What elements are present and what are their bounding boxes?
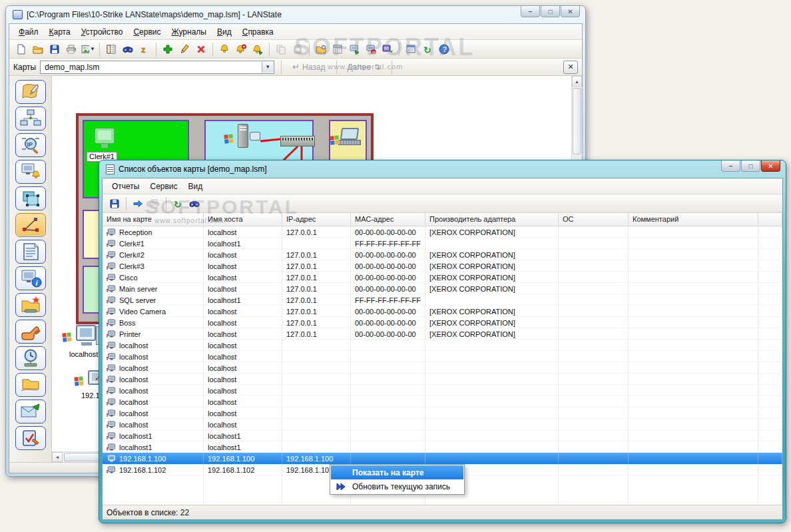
column-header-0[interactable]: Имя на карте: [103, 213, 204, 226]
reports-window-button[interactable]: [403, 41, 419, 57]
main-titlebar[interactable]: [C:\Program Files\10-Strike LANState\map…: [6, 6, 585, 23]
print-map-button[interactable]: [63, 41, 79, 57]
cisco-switch-icon[interactable]: [280, 136, 315, 146]
main-maximize-button[interactable]: □: [541, 6, 560, 17]
sidebar-tool-send-message[interactable]: [15, 399, 46, 423]
sidebar-tool-shared-resources[interactable]: [15, 373, 46, 397]
export-image-button[interactable]: ▼: [80, 41, 96, 57]
save-map-button[interactable]: [47, 41, 63, 57]
table-row[interactable]: localhostlocalhost: [103, 407, 782, 419]
menu-item-map[interactable]: Карта: [44, 25, 76, 39]
table-row[interactable]: localhostlocalhost: [103, 385, 782, 396]
list-menu-item-reports[interactable]: Отчеты: [107, 180, 144, 193]
host-stop-button[interactable]: @: [363, 41, 379, 57]
export-next-button[interactable]: [130, 196, 146, 212]
side-panel-button[interactable]: [103, 41, 119, 57]
paste-button[interactable]: [290, 41, 306, 57]
table-row[interactable]: localhostlocalhost: [103, 351, 782, 362]
table-row[interactable]: localhostlocalhost: [103, 362, 782, 374]
save-list-button[interactable]: [107, 196, 123, 212]
list-menu-item-service[interactable]: Сервис: [144, 180, 182, 193]
table-row[interactable]: Main serverlocalhost127.0.0.100-00-00-00…: [103, 283, 782, 294]
column-header-2[interactable]: IP-адрес: [282, 213, 351, 226]
table-row[interactable]: Video Cameralocalhost127.0.0.100-00-00-0…: [103, 306, 782, 317]
open-map-button[interactable]: [30, 41, 46, 57]
list-minimize-button[interactable]: –: [721, 160, 740, 172]
table-row[interactable]: SQL serverlocalhost1127.0.0.1FF-FF-FF-FF…: [103, 294, 782, 306]
table-row[interactable]: Clerk#1localhost1FF-FF-FF-FF-FF-FF: [103, 238, 782, 249]
menu-item-help[interactable]: Справка: [237, 25, 279, 39]
sidebar-tool-new-shared-folder[interactable]: [15, 293, 46, 317]
print-list-button[interactable]: [146, 196, 162, 212]
new-map-button[interactable]: [13, 41, 29, 57]
menu-item-logs[interactable]: Журналы: [166, 25, 212, 39]
host-check-button[interactable]: [346, 41, 362, 57]
list-menu-item-view[interactable]: Вид: [183, 180, 208, 193]
clerk1-computer-icon[interactable]: [92, 128, 119, 149]
edit-object-button[interactable]: [176, 41, 192, 57]
sidebar-tool-draw-links[interactable]: [15, 213, 46, 237]
alerts-run-button[interactable]: [250, 41, 266, 57]
menu-item-view[interactable]: Вид: [212, 25, 237, 39]
alerts-stop-button[interactable]: [233, 41, 249, 57]
sidebar-tool-text-block[interactable]: [15, 240, 46, 264]
column-header-3[interactable]: MAC-адрес: [351, 213, 425, 226]
table-row[interactable]: Clerk#3localhost127.0.0.100-00-00-00-00-…: [103, 260, 782, 272]
context-menu-item-show-on-map[interactable]: Показать на карте: [331, 465, 463, 479]
main-close-button[interactable]: ✕: [561, 6, 580, 17]
refresh-list-button[interactable]: ↻: [170, 196, 186, 212]
sidebar-tool-pointer-tool[interactable]: [15, 320, 46, 344]
map-back-button[interactable]: ↵ Назад: [288, 61, 329, 73]
chevron-down-icon[interactable]: ▼: [90, 46, 95, 52]
scroll-up-icon[interactable]: ▲: [572, 76, 582, 87]
table-row[interactable]: Bosslocalhost127.0.0.100-00-00-00-00-00[…: [103, 317, 782, 328]
copy-button[interactable]: [273, 41, 289, 57]
event-log-button[interactable]: z: [136, 41, 152, 57]
main-minimize-button[interactable]: –: [521, 6, 540, 17]
sidebar-tool-ip-scanner[interactable]: IP: [15, 133, 46, 157]
sidebar-tool-network-discovery[interactable]: [15, 107, 46, 131]
menu-item-file[interactable]: Файл: [13, 25, 44, 39]
schedule-button[interactable]: [330, 41, 346, 57]
column-header-6[interactable]: Комментарий: [629, 213, 758, 226]
sidebar-tool-uptime-monitor[interactable]: [15, 346, 46, 370]
table-row[interactable]: Clerk#2localhost127.0.0.100-00-00-00-00-…: [103, 249, 782, 260]
find-in-list-button[interactable]: [186, 196, 202, 212]
add-object-button[interactable]: [160, 41, 176, 57]
menu-item-service[interactable]: Сервис: [128, 25, 166, 39]
table-row[interactable]: localhostlocalhost: [103, 340, 782, 351]
column-header-4[interactable]: Производитель адаптера: [425, 213, 559, 226]
table-row[interactable]: localhost1localhost1: [103, 441, 782, 453]
list-titlebar[interactable]: Список объектов карты [demo_map.lsm]: [99, 160, 786, 178]
context-menu-item-refresh-record[interactable]: Обновить текущую запись: [331, 479, 463, 493]
main-server-icon[interactable]: [232, 124, 262, 150]
alerts-button[interactable]: [216, 41, 232, 57]
scroll-left-icon[interactable]: ◄: [52, 452, 63, 462]
web-folder-button[interactable]: [313, 41, 329, 57]
sidebar-tool-check-tasks[interactable]: [15, 426, 46, 450]
sidebar-tool-host-info[interactable]: i: [15, 266, 46, 290]
refresh-button[interactable]: ↻: [419, 41, 435, 57]
list-maximize-button[interactable]: □: [741, 160, 760, 172]
close-map-button[interactable]: ✕: [563, 61, 578, 74]
table-row[interactable]: localhost1localhost1: [103, 430, 782, 441]
chevron-down-icon[interactable]: ▼: [262, 62, 273, 73]
map-selector-combobox[interactable]: demo_map.lsm ▼: [40, 61, 274, 74]
table-row[interactable]: 192.168.1.100192.168.1.100192.168.1.100: [103, 453, 782, 464]
column-header-5[interactable]: ОС: [559, 213, 629, 226]
help-button[interactable]: ?: [436, 41, 452, 57]
remote-screen-button[interactable]: [380, 41, 396, 57]
sidebar-tool-select-area[interactable]: [15, 186, 46, 210]
boss-laptop-icon[interactable]: [337, 128, 364, 149]
menu-item-device[interactable]: Устройство: [76, 25, 129, 39]
sidebar-tool-map-wizard[interactable]: [15, 80, 46, 104]
column-header-1[interactable]: Имя хоста: [204, 213, 282, 226]
table-row[interactable]: Receptionlocalhost127.0.0.100-00-00-00-0…: [103, 226, 782, 238]
table-row[interactable]: localhostlocalhost: [103, 374, 782, 385]
table-row[interactable]: localhostlocalhost: [103, 419, 782, 430]
table-row[interactable]: Printerlocalhost127.0.0.100-00-00-00-00-…: [103, 328, 782, 340]
delete-object-button[interactable]: [193, 41, 209, 57]
sidebar-tool-monitoring-alerts[interactable]: [15, 160, 46, 184]
table-row[interactable]: localhostlocalhost: [103, 396, 782, 407]
map-forward-button[interactable]: Далее ↴: [344, 61, 385, 73]
